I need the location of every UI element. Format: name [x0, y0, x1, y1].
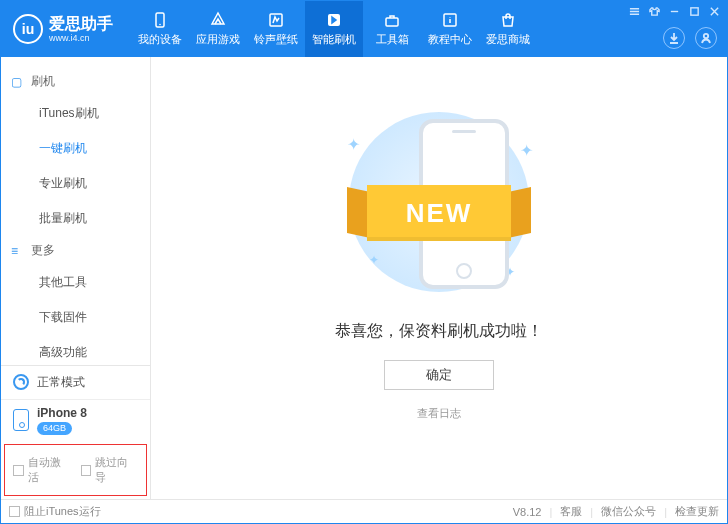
sidebar-item-itunes-flash[interactable]: iTunes刷机 [1, 96, 150, 131]
device-info[interactable]: iPhone 8 64GB [1, 400, 150, 441]
confirm-button[interactable]: 确定 [384, 360, 494, 390]
user-button[interactable] [695, 27, 717, 49]
main-tabs: 我的设备应用游戏铃声壁纸智能刷机工具箱教程中心爱思商城 [131, 1, 537, 57]
games-icon [209, 11, 227, 29]
title-bar: iu 爱思助手 www.i4.cn 我的设备应用游戏铃声壁纸智能刷机工具箱教程中… [1, 1, 727, 57]
support-link[interactable]: 客服 [560, 504, 582, 519]
wechat-link[interactable]: 微信公众号 [601, 504, 656, 519]
ringtones-icon [267, 11, 285, 29]
flash-options: 自动激活 跳过向导 [4, 444, 147, 496]
devices-icon [151, 11, 169, 29]
phone-icon [13, 409, 29, 431]
logo-icon: iu [13, 14, 43, 44]
close-icon[interactable] [707, 4, 721, 18]
svg-rect-4 [386, 18, 398, 26]
tab-mall[interactable]: 爱思商城 [479, 1, 537, 57]
mall-icon [499, 11, 517, 29]
sidebar-section: ▢刷机 [1, 67, 150, 96]
sidebar-section: ≡更多 [1, 236, 150, 265]
tutorial-icon [441, 11, 459, 29]
device-name: iPhone 8 [37, 406, 87, 420]
view-log-link[interactable]: 查看日志 [417, 406, 461, 421]
check-update-link[interactable]: 检查更新 [675, 504, 719, 519]
sidebar-item-pro-flash[interactable]: 专业刷机 [1, 166, 150, 201]
more-icon: ≡ [11, 244, 25, 258]
status-bar: 阻止iTunes运行 V8.12| 客服| 微信公众号| 检查更新 [1, 499, 727, 523]
success-illustration: ✦ ✦ ✦ ✦ NEW [329, 107, 549, 297]
brand: iu 爱思助手 www.i4.cn [1, 14, 123, 44]
menu-icon[interactable] [627, 4, 641, 18]
maximize-icon[interactable] [687, 4, 701, 18]
sidebar-bottom: 正常模式 iPhone 8 64GB 自动激活 跳过向导 [1, 365, 150, 499]
download-button[interactable] [663, 27, 685, 49]
header-actions [663, 27, 717, 49]
body: ▢刷机iTunes刷机一键刷机专业刷机批量刷机≡更多其他工具下载固件高级功能 正… [1, 57, 727, 499]
refresh-icon [13, 374, 29, 390]
sidebar-item-batch-flash[interactable]: 批量刷机 [1, 201, 150, 236]
new-ribbon: NEW [349, 185, 529, 241]
brand-text: 爱思助手 www.i4.cn [49, 15, 113, 43]
device-mode-label: 正常模式 [37, 374, 85, 391]
tab-ringtones[interactable]: 铃声壁纸 [247, 1, 305, 57]
toolbox-icon [383, 11, 401, 29]
sidebar-item-download-fw[interactable]: 下载固件 [1, 300, 150, 335]
success-message: 恭喜您，保资料刷机成功啦！ [335, 321, 543, 342]
flash-icon [325, 11, 343, 29]
sidebar-item-other-tools[interactable]: 其他工具 [1, 265, 150, 300]
footer-right: V8.12| 客服| 微信公众号| 检查更新 [513, 504, 719, 519]
tab-tutorial[interactable]: 教程中心 [421, 1, 479, 57]
svg-point-7 [704, 34, 708, 38]
app-window: iu 爱思助手 www.i4.cn 我的设备应用游戏铃声壁纸智能刷机工具箱教程中… [0, 0, 728, 524]
skin-icon[interactable] [647, 4, 661, 18]
svg-point-1 [159, 24, 161, 26]
skip-setup-checkbox[interactable]: 跳过向导 [81, 455, 139, 485]
main-content: ✦ ✦ ✦ ✦ NEW 恭喜您，保资料刷机成功啦！ 确定 查看日志 [151, 57, 727, 499]
brand-site: www.i4.cn [49, 33, 113, 43]
brand-title: 爱思助手 [49, 15, 113, 32]
svg-rect-6 [690, 7, 697, 14]
tab-flash[interactable]: 智能刷机 [305, 1, 363, 57]
sidebar: ▢刷机iTunes刷机一键刷机专业刷机批量刷机≡更多其他工具下载固件高级功能 正… [1, 57, 151, 499]
tab-devices[interactable]: 我的设备 [131, 1, 189, 57]
storage-badge: 64GB [37, 422, 72, 435]
block-itunes-checkbox[interactable]: 阻止iTunes运行 [9, 504, 101, 519]
minimize-icon[interactable] [667, 4, 681, 18]
tab-toolbox[interactable]: 工具箱 [363, 1, 421, 57]
auto-activate-checkbox[interactable]: 自动激活 [13, 455, 71, 485]
window-controls [627, 4, 721, 18]
sidebar-item-oneclick-flash[interactable]: 一键刷机 [1, 131, 150, 166]
sidebar-item-advanced[interactable]: 高级功能 [1, 335, 150, 365]
tab-games[interactable]: 应用游戏 [189, 1, 247, 57]
flash-icon: ▢ [11, 75, 25, 89]
device-mode[interactable]: 正常模式 [1, 366, 150, 400]
version-label: V8.12 [513, 506, 542, 518]
sidebar-list: ▢刷机iTunes刷机一键刷机专业刷机批量刷机≡更多其他工具下载固件高级功能 [1, 57, 150, 365]
